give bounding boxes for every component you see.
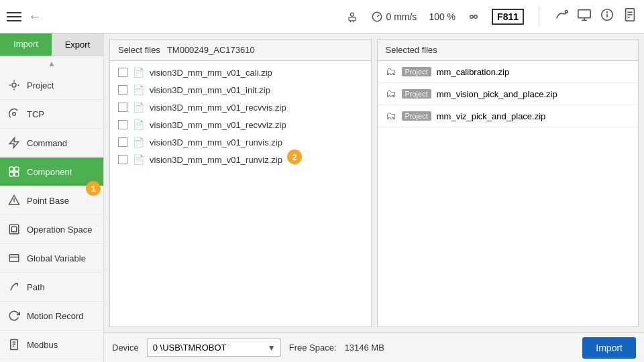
export-tab[interactable]: Export (52, 34, 103, 56)
svg-rect-29 (9, 255, 19, 262)
command-label: Command (27, 138, 67, 148)
info-icon[interactable] (600, 7, 614, 25)
motion-record-label: Motion Record (27, 311, 84, 321)
select-files-panel: Select files TM000249_AC173610 📄 vision3… (109, 39, 372, 327)
speed-icon (371, 11, 383, 23)
bottom-bar: Device 0 \USB\TMROBOT ▼ Free Space: 1314… (104, 333, 644, 362)
sidebar-item-project[interactable]: Project (0, 71, 103, 100)
file-checkbox[interactable] (118, 103, 127, 112)
file-checkbox[interactable] (118, 137, 127, 147)
selected-file-name: mm_vision_pick_and_place.zip (437, 89, 557, 99)
project-tag: Project (402, 67, 431, 76)
component-icon (7, 164, 21, 179)
file-list-item[interactable]: 📄 vision3D_mm_mm_v01_init.zip (110, 81, 371, 99)
file-name: vision3D_mm_mm_v01_cali.zip (150, 68, 272, 78)
svg-point-6 (470, 15, 474, 18)
path-label: Path (27, 282, 45, 292)
global-variable-icon (7, 251, 21, 265)
file-zip-icon: 📄 (133, 102, 144, 113)
svg-marker-21 (9, 138, 19, 148)
sidebar-item-modbus[interactable]: Modbus (0, 330, 103, 359)
monitor-icon[interactable] (577, 7, 592, 25)
point-base-icon (7, 193, 21, 208)
svg-rect-1 (349, 17, 356, 20)
modbus-label: Modbus (27, 340, 58, 350)
path-icon (7, 280, 21, 294)
sidebar-scroll-down[interactable]: ▼ (0, 359, 103, 362)
project-icon (7, 78, 21, 93)
sidebar-item-operation-space[interactable]: Operation Space (0, 215, 103, 244)
file-name: vision3D_mm_mm_v01_init.zip (150, 85, 270, 95)
sidebar-tabs: Import Export (0, 34, 103, 56)
percent-display: 100 % (429, 11, 455, 22)
robot-arm-icon[interactable] (554, 7, 569, 25)
selected-list-item: 🗂 Project mm_viz_pick_and_place.zip (378, 105, 639, 127)
operation-space-label: Operation Space (27, 225, 93, 235)
sidebar-item-path[interactable]: Path (0, 273, 103, 302)
file-list-item[interactable]: 📄 vision3D_mm_mm_v01_runviz.zip (110, 151, 371, 168)
file-list-item[interactable]: 📄 vision3D_mm_mm_v01_runvis.zip (110, 133, 371, 151)
topbar-icons (554, 7, 637, 25)
document-icon[interactable] (623, 7, 637, 25)
speed-display: 0 mm/s (371, 11, 417, 23)
sidebar-item-global-variable[interactable]: Global Variable (0, 244, 103, 273)
project-tag: Project (402, 89, 431, 99)
selected-file-icon: 🗂 (386, 110, 396, 122)
file-checkbox[interactable] (118, 68, 127, 77)
back-arrow-icon[interactable]: ← (28, 9, 42, 24)
content-area: Select files TM000249_AC173610 📄 vision3… (104, 34, 644, 362)
svg-point-19 (12, 83, 16, 87)
file-name: vision3D_mm_mm_v01_recvvis.zip (150, 103, 286, 113)
project-tag: Project (402, 111, 431, 121)
file-list-item[interactable]: 📄 vision3D_mm_mm_v01_recvvis.zip (110, 99, 371, 116)
selected-file-name: mm_calibration.zip (437, 67, 509, 77)
file-zip-icon: 📄 (133, 67, 144, 78)
speed-value: 0 mm/s (386, 11, 417, 22)
import-button[interactable]: Import (582, 337, 636, 359)
file-checkbox[interactable] (118, 85, 127, 95)
sidebar-item-component[interactable]: Component (0, 158, 103, 186)
select-files-label: Select files (118, 45, 160, 55)
file-name: vision3D_mm_mm_v01_runvis.zip (150, 137, 282, 147)
svg-rect-25 (15, 172, 19, 176)
file-zip-icon: 📄 (133, 154, 144, 165)
sidebar-item-tcp[interactable]: TCP (0, 100, 103, 129)
import-tab[interactable]: Import (0, 34, 52, 56)
tcp-label: TCP (27, 109, 44, 119)
svg-point-14 (607, 12, 608, 13)
selected-file-icon: 🗂 (386, 66, 396, 78)
svg-rect-9 (578, 10, 590, 18)
file-zip-icon: 📄 (133, 84, 144, 95)
file-list: 📄 vision3D_mm_mm_v01_cali.zip 📄 vision3D… (110, 61, 371, 326)
file-list-item[interactable]: 📄 vision3D_mm_mm_v01_cali.zip (110, 64, 371, 81)
free-space-value: 13146 MB (345, 343, 384, 353)
project-label: Project (27, 80, 54, 90)
svg-rect-28 (11, 227, 17, 232)
file-checkbox[interactable] (118, 155, 127, 164)
gear-pair-icon (468, 11, 480, 23)
file-browser: Select files TM000249_AC173610 📄 vision3… (104, 34, 644, 333)
selected-files-header: Selected files (378, 40, 639, 61)
component-label: Component (27, 167, 72, 177)
sidebar-scroll-up[interactable]: ▲ (0, 56, 103, 71)
file-zip-icon: 📄 (133, 119, 144, 130)
svg-point-8 (566, 11, 568, 13)
tcp-icon (7, 107, 21, 121)
svg-line-5 (377, 15, 380, 17)
file-name: vision3D_mm_mm_v01_recvviz.zip (150, 120, 286, 130)
file-list-item[interactable]: 📄 vision3D_mm_mm_v01_recvviz.zip (110, 116, 371, 133)
device-label: Device (112, 343, 139, 353)
sidebar-item-motion-record[interactable]: Motion Record (0, 302, 103, 330)
device-select[interactable]: 0 \USB\TMROBOT (147, 339, 281, 357)
selected-files-panel: Selected files 🗂 Project mm_calibration.… (377, 39, 639, 327)
topbar: ← 0 mm/s 100 % F811 (0, 0, 644, 34)
device-select-wrapper: 0 \USB\TMROBOT ▼ (147, 339, 281, 357)
file-checkbox[interactable] (118, 120, 127, 129)
hamburger-icon[interactable] (7, 12, 21, 21)
command-icon (7, 135, 21, 150)
selected-list: 🗂 Project mm_calibration.zip 🗂 Project m… (378, 61, 639, 326)
file-name: vision3D_mm_mm_v01_runviz.zip (150, 155, 282, 165)
topbar-left: ← (7, 9, 42, 24)
sidebar-item-command[interactable]: Command (0, 129, 103, 158)
svg-point-0 (351, 13, 354, 16)
